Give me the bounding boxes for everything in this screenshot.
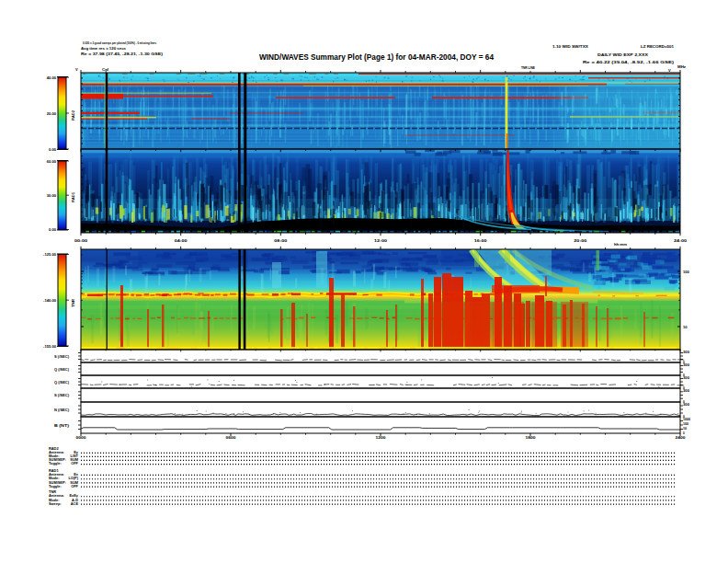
svg-text:08:00: 08:00 xyxy=(274,238,288,243)
svg-text:0000: 0000 xyxy=(76,436,86,440)
svg-text:20:00: 20:00 xyxy=(574,238,587,243)
svg-text:MHz: MHz xyxy=(677,64,686,69)
svg-text:0600: 0600 xyxy=(226,436,236,440)
svg-text:300: 300 xyxy=(683,376,689,380)
svg-text:N (/SEC): N (/SEC) xyxy=(54,408,70,412)
svg-text:TNR: TNR xyxy=(71,299,75,307)
svg-text:300: 300 xyxy=(683,363,689,367)
svg-text:1.10 WID SW/TXX: 1.10 WID SW/TXX xyxy=(552,44,588,49)
svg-text:DAILY WID EXP 2,XXX: DAILY WID EXP 2,XXX xyxy=(597,52,649,57)
svg-text:Q (/SEC): Q (/SEC) xyxy=(54,368,70,372)
svg-text:OFF: OFF xyxy=(71,461,78,465)
svg-text:B (NT): B (NT) xyxy=(54,424,70,428)
svg-text:Sweep:: Sweep: xyxy=(49,501,62,506)
svg-text:20.00: 20.00 xyxy=(47,111,57,116)
svg-text:60.00: 60.00 xyxy=(47,159,57,164)
svg-text:V: V xyxy=(668,68,671,73)
svg-text:Toggle:: Toggle: xyxy=(49,461,62,465)
svg-text:-155.00: -155.00 xyxy=(43,344,57,349)
svg-text:0.00: 0.00 xyxy=(49,227,57,232)
svg-text:OFF: OFF xyxy=(71,484,78,488)
svg-text:Q (/SEC): Q (/SEC) xyxy=(54,381,70,385)
svg-text:04:00: 04:00 xyxy=(175,238,188,243)
svg-text:ACE: ACE xyxy=(71,501,79,506)
svg-text:hh:mm: hh:mm xyxy=(614,243,628,247)
svg-text:0.030 = 3 good sweeps per plot: 0.030 = 3 good sweeps per plotted (100%)… xyxy=(83,40,156,45)
svg-text:Re = 40.22 (39.04, -8.92, -1: Re = 40.22 (39.04, -8.92, -1.66 GSE) xyxy=(583,60,675,64)
svg-text:40.00: 40.00 xyxy=(47,75,57,80)
svg-text:100: 100 xyxy=(683,422,688,426)
svg-text:1800: 1800 xyxy=(526,436,536,440)
svg-text:300: 300 xyxy=(683,350,689,354)
svg-text:00:00: 00:00 xyxy=(74,238,88,243)
svg-text:12:00: 12:00 xyxy=(374,238,388,243)
svg-text:RAD2: RAD2 xyxy=(71,109,75,121)
svg-text:1200: 1200 xyxy=(376,436,386,440)
svg-text:30.00: 30.00 xyxy=(47,193,57,198)
svg-text:WIND/WAVES Summary Plot (Page: WIND/WAVES Summary Plot (Page 1) for 04-… xyxy=(259,52,494,62)
svg-text:0.00: 0.00 xyxy=(49,147,57,152)
svg-text:Cal: Cal xyxy=(102,67,108,72)
svg-text:Avg time res = 120 secs: Avg time res = 120 secs xyxy=(81,46,126,51)
svg-text:Toggle:: Toggle: xyxy=(49,484,62,488)
svg-text:2400: 2400 xyxy=(676,436,686,440)
svg-text:300: 300 xyxy=(683,389,689,393)
svg-text:TNR LINE: TNR LINE xyxy=(521,66,535,70)
svg-text:16:00: 16:00 xyxy=(474,238,488,243)
svg-text:-140.00: -140.00 xyxy=(43,298,57,303)
svg-text:24:00: 24:00 xyxy=(674,238,688,243)
svg-text:Re = 37.98 (37.45, -28.21, -: Re = 37.98 (37.45, -28.21, -1.30 GSE) xyxy=(81,52,164,56)
svg-text:S (/SEC): S (/SEC) xyxy=(54,355,70,359)
svg-text:10: 10 xyxy=(683,427,687,431)
svg-text:300: 300 xyxy=(683,403,689,407)
svg-text:LZ RECORD=501: LZ RECORD=501 xyxy=(641,44,675,49)
svg-text:-125.00: -125.00 xyxy=(43,252,57,257)
svg-text:100: 100 xyxy=(683,270,690,274)
svg-text:RAD1: RAD1 xyxy=(71,191,75,202)
svg-text:S (/SEC): S (/SEC) xyxy=(54,394,70,397)
svg-text:10: 10 xyxy=(683,325,688,329)
svg-text:1000: 1000 xyxy=(683,418,690,421)
svg-text:V: V xyxy=(75,67,78,72)
svg-text:0: 0 xyxy=(683,431,685,435)
